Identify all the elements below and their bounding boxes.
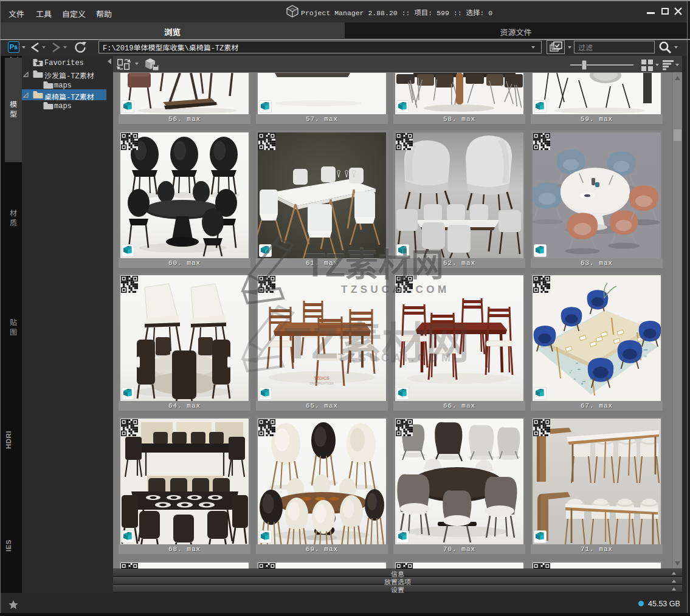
svg-text:TZDICS: TZDICS bbox=[314, 376, 329, 380]
svg-text:IDEA-BRIGHTIDEA: IDEA-BRIGHTIDEA bbox=[309, 382, 334, 385]
